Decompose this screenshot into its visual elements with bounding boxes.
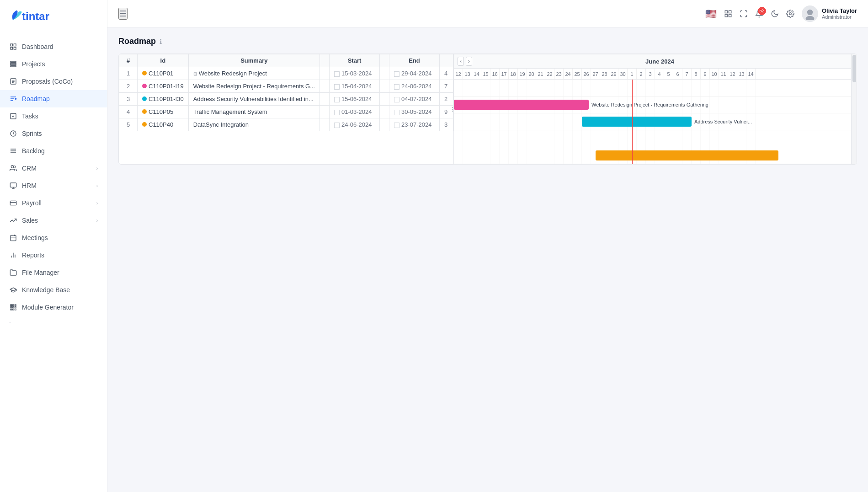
logo-text: tintar (9, 7, 59, 27)
sidebar-label-roadmap: Roadmap (22, 95, 98, 102)
dot-icon-3 (142, 96, 147, 101)
table-row[interactable]: 4 C110P05 Traffic Management System 01-0… (119, 106, 453, 118)
hrm-icon (9, 182, 17, 190)
end-checkbox-2 (394, 84, 399, 90)
main-content: ☰ 🇺🇸 52 (107, 0, 868, 492)
resize-handle[interactable] (452, 54, 453, 164)
day-cell: 12 (454, 69, 463, 79)
language-selector[interactable]: 🇺🇸 (705, 8, 717, 19)
sidebar-item-module-generator[interactable]: Module Generator (0, 299, 107, 316)
user-menu[interactable]: Olivia Taylor Administrator (802, 5, 857, 22)
gantt-scrollbar[interactable] (851, 54, 857, 164)
menu-toggle-button[interactable]: ☰ (118, 8, 128, 20)
row-end-3: 04-07-2024 (389, 93, 440, 106)
sidebar-item-file-manager[interactable]: File Manager (0, 264, 107, 281)
today-line (632, 80, 633, 164)
row-start-extra-1 (380, 67, 389, 80)
gantt-bar-label-2: Website Redesign Project - Requirements … (591, 102, 708, 107)
svg-point-6 (15, 98, 16, 100)
row-expand-1 (320, 67, 330, 80)
sidebar-label-file-manager: File Manager (22, 269, 98, 276)
tasks-icon (9, 112, 17, 120)
table-row[interactable]: 5 C110P40 DataSync Integration 24-06-202… (119, 118, 453, 131)
month-nav-buttons: ‹ › (458, 57, 472, 66)
svg-point-9 (11, 166, 13, 168)
sidebar-item-sprints[interactable]: Sprints (0, 125, 107, 142)
sidebar-item-dashboard[interactable]: Dashboard (0, 38, 107, 55)
gantt-bar-3[interactable]: Address Security Vulner... (582, 117, 692, 127)
svg-text:tintar: tintar (22, 10, 49, 22)
gantt-row-bg (454, 130, 857, 147)
table-row[interactable]: 3 C110P01-I30 Address Security Vulnerabi… (119, 93, 453, 106)
sidebar-item-backlog[interactable]: Backlog (0, 142, 107, 160)
row-start-3: 15-06-2024 (330, 93, 380, 106)
sidebar-item-projects[interactable]: Projects (0, 55, 107, 73)
day-cell: 7 (682, 69, 692, 79)
sidebar-item-reports[interactable]: Reports (0, 246, 107, 264)
info-icon[interactable]: ℹ (160, 38, 162, 45)
dark-mode-toggle[interactable] (771, 10, 779, 18)
fullscreen-button[interactable] (740, 10, 748, 18)
col-header-end: End (389, 54, 440, 67)
crm-icon (9, 164, 17, 172)
apps-button[interactable] (724, 10, 732, 18)
col-header-num: # (119, 54, 138, 67)
settings-button[interactable] (786, 10, 794, 18)
next-month-button[interactable]: › (466, 57, 472, 66)
collapse-icon-1[interactable]: ⊟ (193, 71, 197, 76)
gantt-row-4 (454, 130, 857, 147)
svg-rect-11 (10, 201, 16, 205)
user-info: Olivia Taylor Administrator (822, 7, 857, 20)
day-cell: 27 (591, 69, 600, 79)
prev-month-button[interactable]: ‹ (458, 57, 464, 66)
payroll-arrow-icon: › (96, 201, 98, 206)
month-header: ‹ › June 2024 (454, 54, 857, 69)
row-extra-5: 3 (440, 118, 453, 131)
sidebar-item-hrm[interactable]: HRM › (0, 177, 107, 194)
payroll-icon (9, 199, 17, 207)
user-avatar (802, 5, 818, 22)
day-cell: 16 (490, 69, 500, 79)
day-cell: 12 (728, 69, 737, 79)
sidebar-label-hrm: HRM (22, 182, 92, 189)
col-header-expand (320, 54, 330, 67)
sidebar: tintar Dashboard Projects Proposals (CoC… (0, 0, 107, 492)
svg-rect-12 (11, 235, 16, 241)
table-row[interactable]: 1 C110P01 ⊟Website Redesign Project 15-0… (119, 67, 453, 80)
sales-icon (9, 216, 17, 225)
projects-icon (9, 60, 17, 68)
page-content: Roadmap ℹ # Id Summary Start (107, 27, 868, 492)
svg-rect-4 (14, 47, 16, 49)
end-checkbox-1 (394, 71, 399, 77)
row-num-2: 2 (119, 80, 138, 93)
sidebar-item-knowledge-base[interactable]: Knowledge Base (0, 281, 107, 299)
user-name: Olivia Taylor (822, 7, 857, 14)
row-end-2: 24-06-2024 (389, 80, 440, 93)
gantt-bar-2[interactable]: Website Redesign Project - Requirements … (454, 100, 589, 110)
day-cell: 3 (646, 69, 655, 79)
sidebar-item-sales[interactable]: Sales › (0, 212, 107, 229)
start-checkbox-4 (334, 110, 340, 115)
day-cell: 21 (536, 69, 545, 79)
day-cell: 13 (463, 69, 472, 79)
svg-rect-10 (10, 183, 16, 187)
day-cell: 20 (527, 69, 536, 79)
col-start-extra (380, 54, 389, 67)
sidebar-item-proposals[interactable]: Proposals (CoCo) (0, 73, 107, 90)
day-cell: 30 (618, 69, 628, 79)
start-checkbox-3 (334, 97, 340, 102)
notifications-button[interactable]: 52 (755, 10, 763, 18)
reports-icon (9, 251, 17, 259)
sidebar-item-meetings[interactable]: Meetings (0, 229, 107, 246)
start-checkbox-1 (334, 71, 340, 77)
sidebar-item-roadmap[interactable]: Roadmap (0, 90, 107, 107)
sidebar-item-crm[interactable]: CRM › (0, 160, 107, 177)
dot-icon-1 (142, 71, 147, 75)
gantt-bar-5[interactable] (596, 150, 778, 160)
svg-point-31 (806, 16, 815, 20)
day-cell: 1 (628, 69, 637, 79)
table-row[interactable]: 2 C110P01-I19 Website Redesign Project -… (119, 80, 453, 93)
sidebar-item-payroll[interactable]: Payroll › (0, 194, 107, 212)
sidebar-item-tasks[interactable]: Tasks (0, 107, 107, 125)
header: ☰ 🇺🇸 52 (107, 0, 868, 27)
